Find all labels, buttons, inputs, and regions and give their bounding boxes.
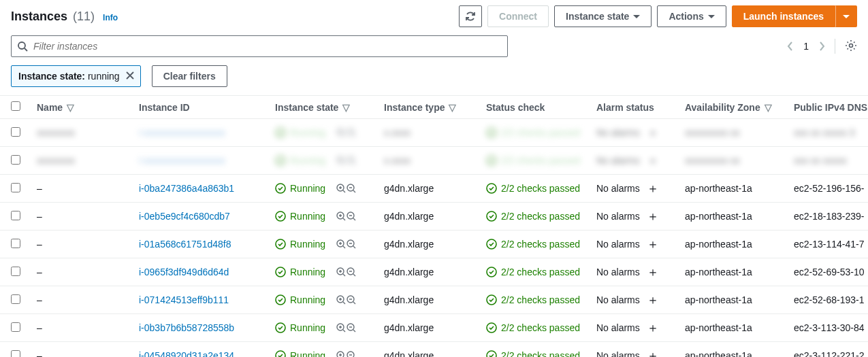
alarm-text: No alarms — [596, 155, 640, 166]
add-alarm-button[interactable]: ＋ — [647, 292, 659, 308]
settings-button[interactable] — [845, 39, 857, 54]
caret-down-icon — [633, 15, 640, 18]
launch-instances-dropdown[interactable] — [835, 5, 857, 27]
svg-point-36 — [347, 352, 354, 357]
column-availability-zone[interactable]: Availability Zone▽ — [677, 96, 786, 119]
column-name[interactable]: Name▽ — [29, 96, 131, 119]
state-details-icon[interactable] — [336, 211, 357, 222]
row-checkbox[interactable] — [11, 211, 20, 220]
state-details-icon[interactable] — [336, 183, 357, 194]
remove-filter-button[interactable] — [125, 71, 135, 82]
add-alarm-button[interactable]: ＋ — [647, 152, 659, 169]
instance-id-link[interactable]: i-xxxxxxxxxxxxxxxxx — [139, 127, 225, 138]
search-icon — [17, 41, 28, 52]
refresh-icon — [465, 11, 476, 22]
add-alarm-button[interactable]: ＋ — [647, 320, 659, 336]
prev-page-button[interactable] — [787, 41, 794, 52]
availability-zone: xxxxxxxxx xx — [685, 155, 740, 166]
state-details-icon[interactable] — [336, 294, 357, 305]
instance-state-cell: Running — [275, 155, 368, 166]
table-row[interactable]: xxxxxxxxi-xxxxxxxxxxxxxxxxxRunningx.xxxx… — [0, 119, 868, 147]
row-checkbox[interactable] — [11, 322, 20, 332]
column-status-check[interactable]: Status check — [478, 96, 588, 119]
instance-state-cell: Running — [275, 127, 368, 138]
row-checkbox[interactable] — [11, 267, 20, 276]
add-alarm-button[interactable]: ＋ — [647, 347, 659, 357]
status-check-cell: 2/2 checks passed — [486, 350, 580, 357]
instance-state-cell: Running — [275, 322, 368, 333]
info-link[interactable]: Info — [103, 13, 118, 22]
state-details-icon[interactable] — [336, 267, 357, 277]
column-instance-id[interactable]: Instance ID — [131, 96, 267, 119]
add-alarm-button[interactable]: ＋ — [647, 208, 659, 224]
alarm-text: No alarms — [596, 294, 640, 305]
instance-id-link[interactable]: i-0eb5e9cf4c680cdb7 — [139, 211, 230, 222]
status-text: 2/2 checks passed — [501, 350, 580, 357]
add-alarm-button[interactable]: ＋ — [647, 264, 659, 280]
table-row[interactable]: –i-0965f3df949d6d64dRunningg4dn.xlarge2/… — [0, 258, 868, 286]
state-details-icon[interactable] — [336, 239, 357, 250]
state-details-icon[interactable] — [336, 155, 357, 166]
alarm-text: No alarms — [596, 350, 640, 357]
search-input[interactable] — [33, 41, 502, 52]
add-alarm-button[interactable]: ＋ — [647, 124, 659, 141]
row-checkbox[interactable] — [11, 127, 20, 137]
chevron-left-icon — [787, 41, 794, 52]
availability-zone: ap-northeast-1a — [685, 350, 752, 357]
clear-filters-button[interactable]: Clear filters — [152, 65, 227, 87]
instance-name: – — [37, 350, 42, 357]
instance-id-link[interactable]: i-xxxxxxxxxxxxxxxxx — [139, 155, 225, 166]
state-text: Running — [290, 267, 325, 277]
table-row[interactable]: –i-0b3b7b6b58728558bRunningg4dn.xlarge2/… — [0, 314, 868, 342]
column-instance-type[interactable]: Instance type▽ — [376, 96, 478, 119]
instance-id-link[interactable]: i-01a568c61751d48f8 — [139, 239, 231, 250]
status-check-cell: 2/2 checks passed — [486, 267, 580, 277]
table-row[interactable]: –i-0eb5e9cf4c680cdb7Runningg4dn.xlarge2/… — [0, 203, 868, 231]
row-checkbox[interactable] — [11, 239, 20, 248]
row-checkbox[interactable] — [11, 155, 20, 165]
table-row[interactable]: –i-01a568c61751d48f8Runningg4dn.xlarge2/… — [0, 231, 868, 258]
launch-instances-button[interactable]: Launch instances — [732, 5, 835, 27]
actions-dropdown[interactable]: Actions — [657, 5, 726, 27]
state-details-icon[interactable] — [336, 322, 357, 333]
instances-table-wrapper[interactable]: Name▽ Instance ID Instance state▽ Instan… — [0, 95, 868, 357]
launch-split-button: Launch instances — [732, 5, 857, 27]
status-check-cell: 2/2 checks passed — [486, 211, 580, 222]
alarm-text: No alarms — [596, 267, 640, 277]
state-details-icon[interactable] — [336, 127, 357, 138]
status-text: 2/2 checks passed — [501, 294, 580, 305]
alarm-cell: No alarms＋ — [596, 347, 669, 357]
instance-id-link[interactable]: i-0ba247386a4a863b1 — [139, 183, 234, 194]
table-header-row: Name▽ Instance ID Instance state▽ Instan… — [0, 96, 868, 119]
add-alarm-button[interactable]: ＋ — [647, 180, 659, 197]
column-public-dns[interactable]: Public IPv4 DNS — [786, 96, 868, 119]
column-instance-state[interactable]: Instance state▽ — [267, 96, 376, 119]
row-checkbox[interactable] — [11, 183, 20, 192]
instance-id-link[interactable]: i-0b3b7b6b58728558b — [139, 322, 234, 333]
instance-state-cell: Running — [275, 239, 368, 250]
alarm-cell: No alarms＋ — [596, 292, 669, 308]
state-text: Running — [290, 127, 325, 138]
next-page-button[interactable] — [818, 41, 825, 52]
refresh-button[interactable] — [459, 5, 482, 27]
column-alarm-status[interactable]: Alarm status — [588, 96, 677, 119]
select-all-header — [0, 96, 29, 119]
table-row[interactable]: –i-071424513eff9b111Runningg4dn.xlarge2/… — [0, 286, 868, 314]
add-alarm-button[interactable]: ＋ — [647, 236, 659, 252]
instance-state-dropdown[interactable]: Instance state — [554, 5, 652, 27]
table-row[interactable]: xxxxxxxxi-xxxxxxxxxxxxxxxxxRunningx.xxxx… — [0, 147, 868, 175]
table-row[interactable]: –i-0ba247386a4a863b1Runningg4dn.xlarge2/… — [0, 175, 868, 203]
instance-id-link[interactable]: i-04548920d31a2e134 — [139, 350, 234, 357]
instance-state-cell: Running — [275, 211, 368, 222]
instance-id-link[interactable]: i-0965f3df949d6d64d — [139, 267, 229, 277]
state-text: Running — [290, 155, 325, 166]
instance-id-link[interactable]: i-071424513eff9b111 — [139, 294, 229, 305]
availability-zone: ap-northeast-1a — [685, 322, 752, 333]
table-row[interactable]: –i-04548920d31a2e134Runningg4dn.xlarge2/… — [0, 342, 868, 358]
public-dns: xxx xx xxxxx — [794, 155, 847, 166]
select-all-checkbox[interactable] — [11, 101, 20, 111]
row-checkbox[interactable] — [11, 294, 20, 304]
row-checkbox[interactable] — [11, 350, 20, 358]
state-details-icon[interactable] — [336, 350, 357, 357]
search-box[interactable] — [11, 35, 508, 57]
